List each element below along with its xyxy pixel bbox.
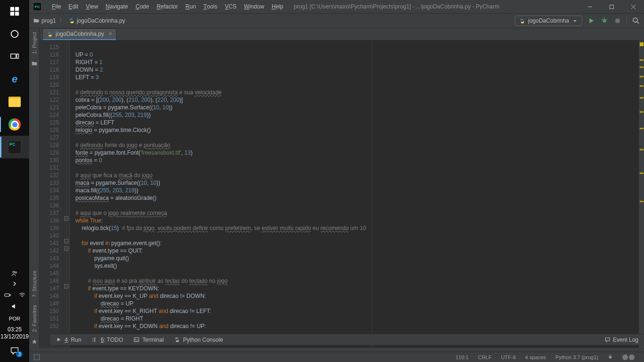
tool-terminal-label: Terminal bbox=[142, 337, 164, 343]
stop-button[interactable] bbox=[613, 16, 622, 25]
menu-bar: PC FileEditViewNavigateCodeRefactorRunTo… bbox=[29, 0, 644, 13]
status-line-separator[interactable]: CRLF bbox=[473, 354, 496, 360]
fold-toggle-icon[interactable]: – bbox=[64, 247, 68, 251]
tool-todo-tab[interactable]: 6: TODO bbox=[91, 337, 123, 343]
svg-rect-19 bbox=[616, 19, 620, 23]
tool-structure-tab[interactable]: 7: Structure bbox=[32, 267, 37, 301]
fold-toggle-icon[interactable]: – bbox=[64, 284, 68, 288]
window-close-button[interactable] bbox=[622, 0, 644, 13]
tray-battery-icon[interactable] bbox=[4, 291, 11, 301]
start-button[interactable] bbox=[0, 0, 29, 23]
left-tool-strip: 1: Project 7: Structure 2: Favorites bbox=[29, 28, 40, 348]
breadcrumb-file[interactable]: jogoDaCobrinha.py bbox=[68, 17, 125, 24]
editor-tabs: jogoDaCobrinha.py × bbox=[40, 28, 644, 41]
line-number-gutter[interactable]: 115 116 117 118 119 120 121 122 123 124 … bbox=[40, 41, 63, 348]
toolbar-separator bbox=[627, 16, 627, 25]
right-margin-guide bbox=[372, 41, 372, 348]
debug-button[interactable] bbox=[600, 16, 609, 25]
action-center-button[interactable]: 3 bbox=[0, 342, 29, 359]
navigation-bar: prog1 〉 jogoDaCobrinha.py jogoDaCobrinha bbox=[29, 13, 644, 28]
svg-rect-10 bbox=[9, 295, 10, 296]
fold-gutter[interactable]: –––– bbox=[63, 41, 70, 348]
taskbar-app-edge[interactable]: e bbox=[0, 68, 29, 90]
cortana-button[interactable] bbox=[0, 23, 29, 45]
svg-point-4 bbox=[11, 31, 18, 38]
analysis-status-icon[interactable] bbox=[640, 42, 644, 46]
menu-navigate[interactable]: Navigate bbox=[102, 0, 132, 13]
bottom-tool-bar: 4: Run 6: TODO Terminal Python Console E… bbox=[50, 334, 644, 345]
python-file-icon bbox=[47, 31, 53, 37]
tray-date: 13/12/2019 bbox=[0, 333, 29, 340]
tool-terminal-tab[interactable]: Terminal bbox=[133, 337, 164, 343]
svg-rect-3 bbox=[15, 12, 19, 16]
tool-event-log-label: Event Log bbox=[613, 337, 638, 343]
tray-clock[interactable]: 03:25 13/12/2019 bbox=[0, 324, 29, 342]
tool-window-toggle-icon[interactable] bbox=[34, 354, 40, 360]
tray-language[interactable]: POR bbox=[0, 313, 29, 324]
python-file-icon bbox=[68, 17, 75, 24]
windows-taskbar: e PC POR 03:25 13/12/2019 bbox=[0, 0, 29, 362]
close-tab-icon[interactable]: × bbox=[109, 31, 112, 37]
tray-time: 03:25 bbox=[0, 326, 29, 333]
menu-file[interactable]: File bbox=[48, 0, 65, 13]
tool-python-console-tab[interactable]: Python Console bbox=[174, 337, 223, 343]
run-configuration-selector[interactable]: jogoDaCobrinha bbox=[515, 16, 582, 26]
svg-rect-22 bbox=[134, 337, 139, 342]
menu-edit[interactable]: Edit bbox=[65, 0, 82, 13]
fold-toggle-icon[interactable]: – bbox=[64, 216, 68, 221]
code-content[interactable]: UP = 0 RIGHT = 1 DOWN = 2 LEFT = 3 # def… bbox=[70, 41, 638, 348]
breadcrumb-file-label: jogoDaCobrinha.py bbox=[77, 17, 125, 24]
status-caret-position[interactable]: 110:1 bbox=[451, 354, 473, 360]
menu-tools[interactable]: Tools bbox=[200, 0, 221, 13]
tray-volume-icon[interactable] bbox=[11, 303, 18, 312]
svg-rect-5 bbox=[11, 54, 16, 58]
menu-vcs[interactable]: VCS bbox=[221, 0, 240, 13]
notification-badge: 3 bbox=[16, 351, 23, 357]
window-minimize-button[interactable] bbox=[579, 0, 601, 13]
status-bar: 110:1 CRLF UTF-8 4 spaces Python 3.7 (pr… bbox=[29, 352, 644, 362]
run-button[interactable] bbox=[587, 16, 595, 25]
svg-rect-2 bbox=[10, 12, 14, 16]
tray-wifi-icon[interactable] bbox=[18, 291, 26, 301]
menu-run[interactable]: Run bbox=[182, 0, 200, 13]
svg-point-20 bbox=[633, 18, 637, 22]
checklist-icon bbox=[91, 337, 98, 343]
error-stripe[interactable] bbox=[638, 41, 644, 348]
task-view-button[interactable] bbox=[0, 45, 29, 68]
window-maximize-button[interactable] bbox=[601, 0, 622, 13]
taskbar-app-explorer[interactable] bbox=[0, 90, 29, 113]
tool-run-tab[interactable]: 4: Run bbox=[56, 337, 81, 343]
tool-favorites-tab[interactable]: 2: Favorites bbox=[32, 301, 37, 336]
status-indent[interactable]: 4 spaces bbox=[520, 354, 551, 360]
menu-refactor[interactable]: Refactor bbox=[153, 0, 182, 13]
menu-help[interactable]: Help bbox=[268, 0, 287, 13]
tool-python-console-label: Python Console bbox=[183, 337, 223, 343]
folder-icon bbox=[33, 17, 40, 24]
svg-rect-9 bbox=[5, 294, 9, 296]
tool-event-log-tab[interactable]: Event Log bbox=[604, 337, 638, 343]
status-encoding[interactable]: UTF-8 bbox=[496, 354, 520, 360]
svg-rect-6 bbox=[17, 54, 19, 58]
tray-people[interactable] bbox=[0, 268, 29, 279]
svg-rect-0 bbox=[10, 7, 14, 11]
status-interpreter[interactable]: Python 3.7 (prog1) bbox=[551, 354, 603, 360]
taskbar-app-pycharm[interactable]: PC bbox=[0, 136, 29, 158]
menu-view[interactable]: View bbox=[82, 0, 102, 13]
tool-project-tab[interactable]: 1: Project bbox=[32, 28, 37, 58]
breadcrumb-separator-icon: 〉 bbox=[59, 16, 66, 25]
menu-code[interactable]: Code bbox=[132, 0, 153, 13]
status-inspections-widget[interactable] bbox=[618, 354, 639, 360]
tray-overflow-icon[interactable] bbox=[11, 280, 18, 289]
breadcrumb-project-label: prog1 bbox=[41, 17, 56, 24]
fold-toggle-icon[interactable]: – bbox=[64, 239, 68, 243]
menu-window[interactable]: Window bbox=[240, 0, 268, 13]
status-readonly-lock-icon[interactable] bbox=[603, 354, 618, 360]
breadcrumb-project[interactable]: prog1 bbox=[33, 17, 56, 24]
python-icon bbox=[174, 337, 180, 343]
editor-tab-file[interactable]: jogoDaCobrinha.py × bbox=[42, 28, 116, 40]
folder-tool-icon[interactable] bbox=[31, 60, 38, 67]
terminal-icon bbox=[133, 337, 140, 343]
taskbar-app-chrome[interactable] bbox=[0, 113, 29, 136]
search-everywhere-button[interactable] bbox=[632, 16, 640, 25]
star-icon[interactable] bbox=[31, 338, 38, 345]
